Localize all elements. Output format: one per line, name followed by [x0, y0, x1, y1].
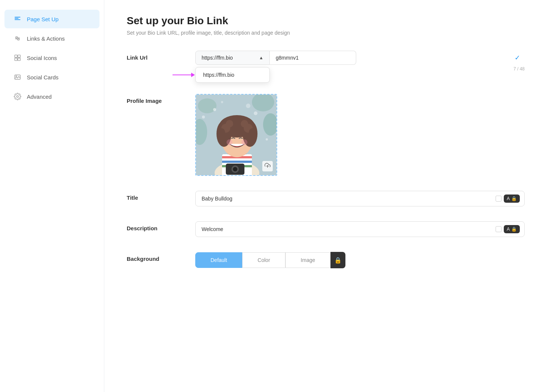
description-checkbox[interactable] [496, 226, 502, 232]
title-actions: A 🔒 [496, 195, 524, 203]
a-letter: A [507, 227, 510, 232]
svg-point-39 [241, 120, 248, 127]
description-row: Description A 🔒 [127, 221, 525, 237]
sidebar-item-label: Social Cards [27, 74, 59, 80]
description-input[interactable] [196, 222, 496, 237]
link-url-label: Link Url [127, 51, 186, 61]
background-row: Background Default Color Image 🔒 [127, 252, 525, 268]
page-title: Set up your Bio Link [127, 15, 525, 27]
checkmark-icon: ✓ [515, 54, 520, 62]
description-content: A 🔒 [195, 221, 525, 237]
url-dropdown-option[interactable]: https://ffm.bio [196, 67, 269, 82]
svg-rect-8 [18, 58, 20, 61]
grid-icon [13, 54, 22, 62]
svg-point-11 [17, 96, 19, 98]
a-letter: A [507, 196, 510, 201]
svg-point-38 [233, 118, 241, 126]
svg-rect-7 [15, 58, 18, 61]
title-content: A 🔒 [195, 191, 525, 206]
background-tab-color[interactable]: Color [242, 252, 285, 268]
svg-point-40 [227, 139, 233, 145]
url-dropdown: https://ffm.bio [195, 67, 270, 83]
title-lock-button[interactable]: A 🔒 [504, 195, 520, 203]
description-actions: A 🔒 [496, 225, 524, 233]
background-tab-image[interactable]: Image [285, 252, 331, 268]
sidebar: Page Set Up Links & Actions Social Icons [0, 0, 104, 392]
svg-point-13 [198, 98, 216, 113]
sidebar-item-advanced[interactable]: Advanced [4, 87, 99, 106]
sidebar-item-social-cards[interactable]: Social Cards [4, 68, 99, 86]
profile-image-content [195, 94, 525, 176]
link-icon [13, 34, 22, 42]
main-content: Set up your Bio Link Set your Bio Link U… [104, 0, 547, 392]
url-row: https://ffm.bio ▲ ✓ [195, 51, 525, 65]
sidebar-item-label: Links & Actions [27, 35, 65, 42]
svg-point-20 [202, 116, 205, 118]
lock-icon: 🔒 [511, 196, 517, 201]
svg-point-36 [249, 128, 256, 136]
svg-point-44 [233, 167, 237, 171]
upload-icon [262, 161, 273, 171]
image-icon [13, 73, 22, 81]
title-checkbox[interactable] [496, 196, 502, 202]
background-tab-default[interactable]: Default [195, 252, 242, 268]
background-lock-button[interactable]: 🔒 [331, 252, 345, 268]
svg-point-17 [213, 108, 216, 111]
lock-icon: 🔒 [511, 227, 517, 232]
svg-point-18 [254, 111, 257, 115]
title-row: Title A 🔒 [127, 191, 525, 206]
url-slug-input[interactable] [270, 51, 356, 65]
sidebar-item-links-actions[interactable]: Links & Actions [4, 29, 99, 48]
description-lock-button[interactable]: A 🔒 [504, 225, 520, 233]
url-base-select[interactable]: https://ffm.bio ▲ [195, 51, 270, 65]
svg-point-19 [266, 138, 268, 140]
svg-point-22 [246, 104, 250, 108]
title-label: Title [127, 191, 186, 201]
background-tabs: Default Color Image 🔒 [195, 252, 525, 268]
link-url-row: Link Url https://ffm.bio ▲ ✓ 7 / 48 [127, 51, 525, 72]
svg-point-10 [16, 76, 17, 77]
chevron-up-icon: ▲ [259, 55, 263, 60]
title-input-wrap: A 🔒 [195, 191, 525, 206]
background-content: Default Color Image 🔒 [195, 252, 525, 268]
background-label: Background [127, 252, 186, 262]
svg-point-41 [241, 139, 247, 145]
sidebar-item-social-icons[interactable]: Social Icons [4, 48, 99, 67]
link-url-content: https://ffm.bio ▲ ✓ 7 / 48 https://ffm.b… [195, 51, 525, 72]
sidebar-item-label: Advanced [27, 94, 52, 100]
arrow-line [173, 75, 191, 75]
gear-icon [13, 92, 22, 101]
profile-image-upload[interactable] [195, 94, 277, 176]
svg-rect-5 [15, 55, 18, 58]
sidebar-item-page-setup[interactable]: Page Set Up [4, 10, 99, 28]
svg-point-21 [221, 101, 223, 103]
arrow-pointer [173, 73, 195, 77]
description-input-wrap: A 🔒 [195, 221, 525, 237]
profile-image-label: Profile Image [127, 94, 186, 104]
url-base-text: https://ffm.bio [202, 55, 256, 61]
svg-rect-6 [18, 55, 20, 58]
title-input[interactable] [196, 191, 496, 206]
sidebar-item-label: Social Icons [27, 55, 57, 61]
svg-point-37 [226, 120, 233, 127]
svg-rect-26 [222, 161, 252, 163]
menu-icon [13, 15, 22, 23]
arrow-head [191, 73, 195, 77]
lock-icon: 🔒 [334, 257, 342, 264]
svg-point-34 [218, 128, 225, 136]
page-subtitle: Set your Bio Link URL, profile image, ti… [127, 30, 525, 36]
description-label: Description [127, 221, 186, 231]
profile-image-row: Profile Image [127, 94, 525, 176]
sidebar-item-label: Page Set Up [27, 16, 59, 22]
